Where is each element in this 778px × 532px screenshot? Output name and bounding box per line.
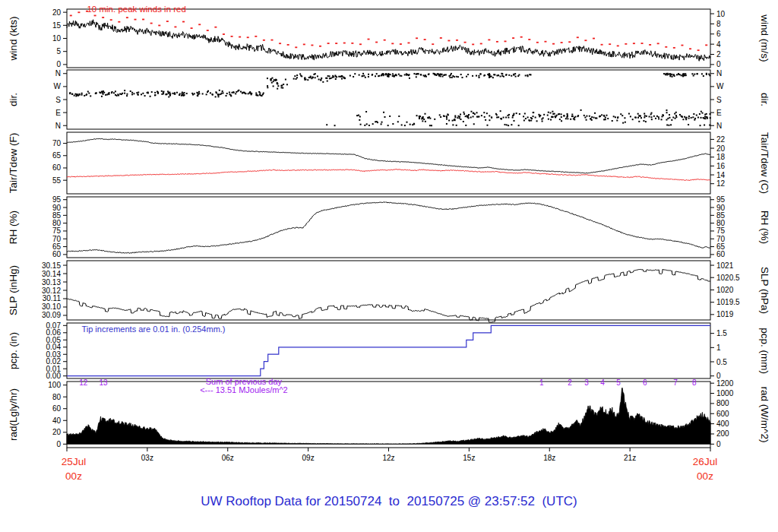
dir-dot: [360, 124, 362, 125]
dir-dot: [320, 80, 321, 81]
dir-dot: [454, 116, 456, 118]
dir-dot: [558, 113, 559, 115]
dir-dot: [694, 74, 695, 75]
dir-dot: [412, 124, 413, 125]
dir-dot: [88, 93, 90, 94]
dir-dot: [242, 92, 244, 93]
dir-dot: [709, 74, 710, 76]
dir-dot: [613, 116, 615, 117]
dir-dot: [137, 93, 138, 95]
dir-dot: [577, 116, 579, 117]
y-tick-label: 60: [52, 163, 62, 172]
dir-dot: [392, 123, 394, 125]
axis-title-right-rad: rad (W/m^2): [759, 387, 770, 443]
dir-dot: [103, 90, 104, 92]
peak-dot: [319, 46, 321, 47]
dir-dot: [501, 73, 503, 74]
dir-dot: [420, 74, 422, 75]
dir-dot: [349, 75, 351, 77]
dir-dot: [529, 120, 530, 122]
dir-dot: [304, 77, 305, 78]
dir-dot: [267, 87, 268, 88]
y-tick-label: S: [716, 96, 722, 104]
y-tick-label: E: [716, 109, 722, 117]
dir-dot: [387, 125, 389, 126]
dir-dot: [358, 115, 359, 116]
dir-dot: [460, 74, 462, 75]
dir-dot: [470, 111, 472, 112]
dir-dot: [454, 76, 455, 78]
dir-dot: [444, 116, 445, 117]
y-tick-label: 95: [52, 195, 62, 204]
peak-dot: [568, 41, 571, 43]
dir-dot: [476, 112, 478, 113]
dir-dot: [685, 74, 687, 76]
end-date: 26Jul: [693, 456, 717, 467]
dir-dot: [218, 96, 220, 97]
annotation: 3: [584, 378, 589, 387]
dir-dot: [615, 116, 616, 118]
dir-dot: [387, 73, 389, 74]
peak-dot: [287, 44, 289, 46]
dir-dot: [454, 115, 456, 116]
dir-dot: [270, 78, 271, 80]
peak-dot: [102, 17, 104, 18]
dir-dot: [512, 117, 514, 119]
dir-dot: [692, 116, 694, 118]
dir-dot: [421, 118, 422, 119]
dir-dot: [443, 74, 444, 76]
dir-dot: [202, 93, 204, 94]
dir-dot: [184, 94, 185, 96]
dir-dot: [105, 94, 106, 96]
axis-title-left-pcp: pcp. (in): [8, 332, 19, 369]
dir-dot: [653, 116, 655, 117]
dir-dot: [472, 75, 473, 77]
y-tick-label: 0.05: [46, 336, 62, 344]
peak-dot: [705, 44, 707, 46]
dir-dot: [131, 93, 133, 95]
dir-dot: [142, 93, 144, 94]
dir-dot: [215, 91, 217, 93]
dir-dot: [365, 77, 366, 78]
y-tick-label: 0.01: [46, 365, 62, 373]
dir-dot: [434, 119, 435, 120]
dir-dot: [589, 116, 590, 117]
annotation: 2: [568, 378, 572, 387]
dir-dot: [365, 111, 367, 112]
dir-dot: [223, 92, 224, 93]
dir-dot: [574, 119, 575, 120]
dir-dot: [701, 73, 703, 74]
dir-dot: [237, 90, 239, 92]
peak-dot: [279, 43, 281, 44]
peak-dot: [118, 21, 120, 23]
dir-dot: [644, 116, 645, 118]
y-tick-label: 1200: [716, 379, 734, 388]
series-rh: [67, 202, 710, 254]
y-tick-label: 1000: [716, 389, 734, 397]
dir-dot: [381, 122, 383, 123]
dir-dot: [621, 115, 623, 116]
dir-dot: [167, 90, 169, 92]
axis-title-right-pcp: pcp. (mm): [759, 328, 770, 374]
y-tick-label: 6: [716, 30, 721, 38]
dir-dot: [663, 73, 665, 74]
dir-dot: [198, 91, 200, 93]
dir-dot: [547, 115, 549, 116]
dir-dot: [457, 117, 458, 119]
dir-dot: [465, 116, 466, 117]
dir-dot: [567, 118, 568, 119]
peak-dot: [207, 30, 209, 31]
dir-dot: [501, 75, 503, 77]
dir-dot: [285, 79, 286, 81]
dir-dot: [329, 75, 330, 77]
dir-dot: [182, 92, 183, 93]
peak-dot: [544, 41, 546, 43]
dir-dot: [459, 116, 460, 118]
dir-dot: [341, 75, 343, 77]
dir-dot: [685, 117, 687, 119]
dir-dot: [452, 124, 454, 125]
dir-dot: [368, 76, 369, 78]
dir-dot: [372, 123, 374, 125]
peak-dot: [255, 36, 257, 37]
dir-dot: [231, 92, 232, 93]
